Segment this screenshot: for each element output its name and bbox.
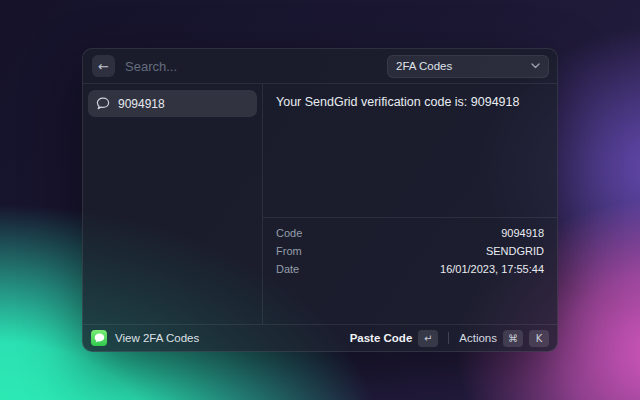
actions-button[interactable]: Actions	[459, 332, 497, 344]
back-arrow-icon: ←	[98, 59, 109, 74]
footer-separator	[448, 332, 449, 344]
launcher-window: ← 2FA Codes 9094918 Your SendGrid verif	[82, 48, 558, 352]
list-item-label: 9094918	[118, 97, 165, 111]
metadata-value: 9094918	[501, 227, 544, 239]
metadata-label: Code	[276, 227, 302, 239]
paste-code-button[interactable]: Paste Code	[350, 332, 413, 344]
detail-pane: Your SendGrid verification code is: 9094…	[263, 84, 557, 324]
extension-dropdown-value: 2FA Codes	[396, 60, 452, 72]
results-list: 9094918	[83, 84, 263, 324]
main-area: 9094918 Your SendGrid verification code …	[83, 84, 557, 324]
back-button[interactable]: ←	[92, 55, 115, 77]
metadata-row-from: From SENDGRID	[276, 242, 544, 260]
search-header: ← 2FA Codes	[83, 49, 557, 83]
command-key-icon: ⌘	[503, 330, 523, 347]
metadata-row-date: Date 16/01/2023, 17:55:44	[276, 260, 544, 278]
detail-spacer	[263, 284, 557, 324]
command-title: View 2FA Codes	[115, 332, 199, 344]
message-bubble-icon	[96, 97, 110, 110]
return-key-icon: ↵	[418, 330, 438, 347]
message-preview: Your SendGrid verification code is: 9094…	[263, 84, 557, 217]
metadata-section: Code 9094918 From SENDGRID Date 16/01/20…	[263, 218, 557, 284]
metadata-value: 16/01/2023, 17:55:44	[440, 263, 544, 275]
desktop-background: { "header": { "back_icon_glyph": "←", "s…	[0, 0, 640, 400]
metadata-label: From	[276, 245, 302, 257]
metadata-value: SENDGRID	[486, 245, 544, 257]
search-input[interactable]	[125, 59, 387, 74]
chevron-down-icon	[531, 63, 540, 69]
extension-dropdown[interactable]: 2FA Codes	[387, 55, 549, 78]
action-bar: View 2FA Codes Paste Code ↵ Actions ⌘ K	[83, 325, 557, 351]
metadata-label: Date	[276, 263, 299, 275]
messages-app-icon	[91, 330, 107, 346]
metadata-row-code: Code 9094918	[276, 224, 544, 242]
k-key-icon: K	[529, 330, 549, 347]
list-item-code[interactable]: 9094918	[88, 90, 257, 117]
